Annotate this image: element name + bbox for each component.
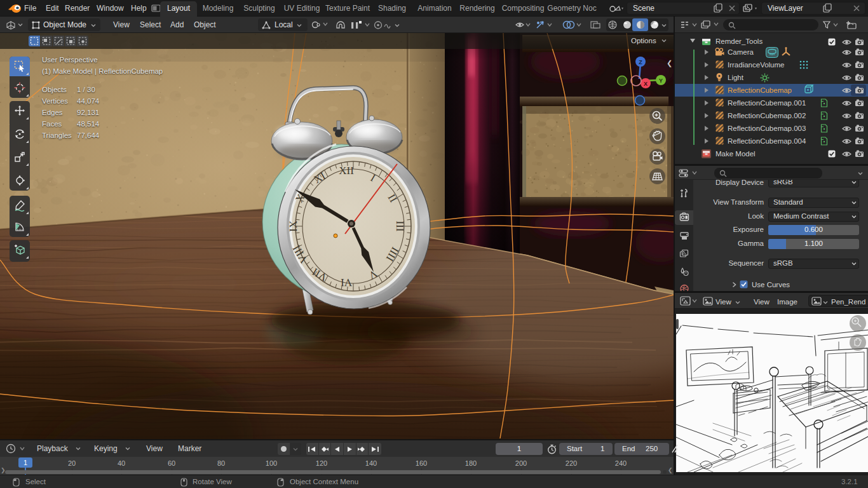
svg-text:Y: Y — [659, 78, 663, 84]
svg-text:Z: Z — [639, 59, 642, 65]
svg-text:IX: IX — [287, 220, 299, 232]
svg-text:XII: XII — [339, 165, 354, 177]
svg-text:X: X — [644, 81, 648, 87]
svg-text:III: III — [394, 221, 406, 232]
svg-text:VI: VI — [341, 276, 352, 288]
